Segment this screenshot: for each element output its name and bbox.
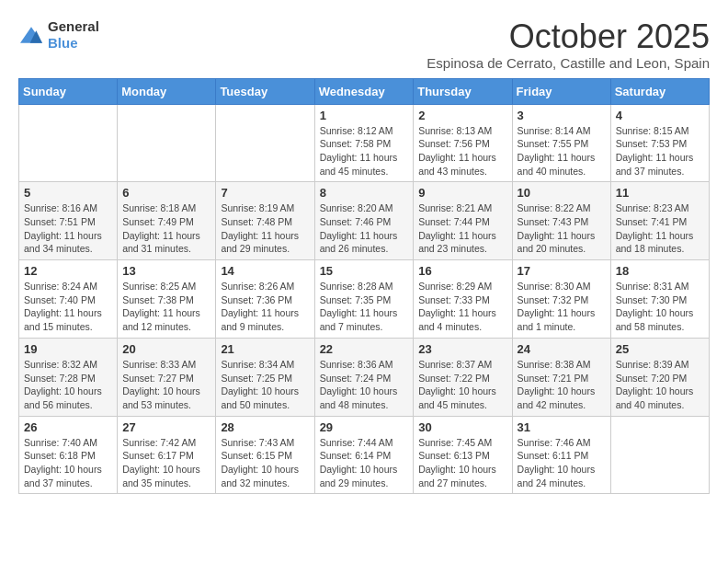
month-title: October 2025 [427,18,710,55]
day-number: 1 [320,109,409,122]
day-info: Sunrise: 8:33 AM Sunset: 7:27 PM Dayligh… [122,358,210,412]
day-info: Sunrise: 8:14 AM Sunset: 7:55 PM Dayligh… [518,124,606,178]
logo-blue-text: Blue [48,35,78,51]
calendar-cell [19,104,118,182]
day-info: Sunrise: 8:16 AM Sunset: 7:51 PM Dayligh… [24,201,112,256]
weekday-header-sunday: Sunday [19,78,118,104]
calendar-cell: 1Sunrise: 8:12 AM Sunset: 7:58 PM Daylig… [314,104,414,182]
calendar-header-row: SundayMondayTuesdayWednesdayThursdayFrid… [19,78,710,104]
calendar-cell: 10Sunrise: 8:22 AM Sunset: 7:43 PM Dayli… [512,182,610,260]
day-number: 6 [122,186,210,200]
day-info: Sunrise: 8:32 AM Sunset: 7:28 PM Dayligh… [24,358,112,412]
calendar-cell [610,416,709,494]
calendar-cell: 28Sunrise: 7:43 AM Sunset: 6:15 PM Dayli… [216,416,314,494]
calendar-cell: 11Sunrise: 8:23 AM Sunset: 7:41 PM Dayli… [610,182,709,260]
day-number: 15 [320,264,409,278]
calendar-cell: 3Sunrise: 8:14 AM Sunset: 7:55 PM Daylig… [512,104,610,182]
day-number: 23 [418,342,506,356]
calendar-cell: 19Sunrise: 8:32 AM Sunset: 7:28 PM Dayli… [19,338,118,416]
day-number: 14 [221,264,309,278]
day-info: Sunrise: 7:43 AM Sunset: 6:15 PM Dayligh… [221,436,309,490]
logo-icon [18,26,44,44]
day-number: 20 [122,342,210,356]
day-number: 13 [122,264,210,278]
calendar-week-5: 26Sunrise: 7:40 AM Sunset: 6:18 PM Dayli… [19,416,710,494]
day-info: Sunrise: 8:36 AM Sunset: 7:24 PM Dayligh… [320,358,409,412]
day-number: 29 [320,420,409,434]
day-number: 4 [616,109,704,122]
day-number: 11 [616,186,704,200]
day-number: 2 [418,109,506,122]
day-number: 31 [518,420,606,434]
location-subtitle: Espinosa de Cerrato, Castille and Leon, … [427,55,710,71]
day-number: 28 [221,420,309,434]
day-number: 19 [24,342,112,356]
calendar-week-1: 1Sunrise: 8:12 AM Sunset: 7:58 PM Daylig… [19,104,710,182]
day-number: 24 [518,342,606,356]
day-info: Sunrise: 8:31 AM Sunset: 7:30 PM Dayligh… [616,280,704,334]
day-number: 22 [320,342,409,356]
day-info: Sunrise: 8:15 AM Sunset: 7:53 PM Dayligh… [616,124,704,178]
calendar-cell [216,104,314,182]
calendar-cell: 7Sunrise: 8:19 AM Sunset: 7:48 PM Daylig… [216,182,314,260]
day-info: Sunrise: 8:22 AM Sunset: 7:43 PM Dayligh… [518,201,606,256]
day-number: 26 [24,420,112,434]
calendar-cell [118,104,216,182]
day-info: Sunrise: 8:34 AM Sunset: 7:25 PM Dayligh… [221,358,309,412]
day-number: 25 [616,342,704,356]
day-info: Sunrise: 7:42 AM Sunset: 6:17 PM Dayligh… [122,436,210,490]
day-number: 5 [24,186,112,200]
day-info: Sunrise: 8:12 AM Sunset: 7:58 PM Dayligh… [320,124,409,178]
logo-general-text: General [48,18,99,34]
title-block: October 2025 Espinosa de Cerrato, Castil… [427,18,710,71]
calendar-cell: 17Sunrise: 8:30 AM Sunset: 7:32 PM Dayli… [512,260,610,339]
day-number: 12 [24,264,112,278]
calendar-cell: 27Sunrise: 7:42 AM Sunset: 6:17 PM Dayli… [118,416,216,494]
day-number: 21 [221,342,309,356]
calendar-cell: 13Sunrise: 8:25 AM Sunset: 7:38 PM Dayli… [118,260,216,339]
calendar-cell: 23Sunrise: 8:37 AM Sunset: 7:22 PM Dayli… [414,338,512,416]
day-number: 10 [518,186,606,200]
day-number: 8 [320,186,409,200]
day-info: Sunrise: 7:44 AM Sunset: 6:14 PM Dayligh… [320,436,409,490]
calendar-week-2: 5Sunrise: 8:16 AM Sunset: 7:51 PM Daylig… [19,182,710,260]
day-info: Sunrise: 8:20 AM Sunset: 7:46 PM Dayligh… [320,201,409,256]
day-number: 18 [616,264,704,278]
day-number: 3 [518,109,606,122]
day-info: Sunrise: 7:46 AM Sunset: 6:11 PM Dayligh… [518,436,606,490]
weekday-header-wednesday: Wednesday [314,78,414,104]
calendar-cell: 22Sunrise: 8:36 AM Sunset: 7:24 PM Dayli… [314,338,414,416]
calendar-cell: 2Sunrise: 8:13 AM Sunset: 7:56 PM Daylig… [414,104,512,182]
calendar-cell: 9Sunrise: 8:21 AM Sunset: 7:44 PM Daylig… [414,182,512,260]
day-number: 30 [418,420,506,434]
logo: General Blue [18,18,99,52]
day-info: Sunrise: 8:18 AM Sunset: 7:49 PM Dayligh… [122,201,210,256]
weekday-header-friday: Friday [512,78,610,104]
calendar-cell: 30Sunrise: 7:45 AM Sunset: 6:13 PM Dayli… [414,416,512,494]
day-info: Sunrise: 8:24 AM Sunset: 7:40 PM Dayligh… [24,280,112,334]
calendar-cell: 16Sunrise: 8:29 AM Sunset: 7:33 PM Dayli… [414,260,512,339]
day-number: 17 [518,264,606,278]
calendar-cell: 6Sunrise: 8:18 AM Sunset: 7:49 PM Daylig… [118,182,216,260]
calendar-cell: 24Sunrise: 8:38 AM Sunset: 7:21 PM Dayli… [512,338,610,416]
calendar-cell: 14Sunrise: 8:26 AM Sunset: 7:36 PM Dayli… [216,260,314,339]
calendar-week-4: 19Sunrise: 8:32 AM Sunset: 7:28 PM Dayli… [19,338,710,416]
day-info: Sunrise: 8:28 AM Sunset: 7:35 PM Dayligh… [320,280,409,334]
calendar-week-3: 12Sunrise: 8:24 AM Sunset: 7:40 PM Dayli… [19,260,710,339]
page-header: General Blue October 2025 Espinosa de Ce… [18,18,710,71]
weekday-header-saturday: Saturday [610,78,709,104]
calendar-cell: 18Sunrise: 8:31 AM Sunset: 7:30 PM Dayli… [610,260,709,339]
calendar-cell: 8Sunrise: 8:20 AM Sunset: 7:46 PM Daylig… [314,182,414,260]
day-info: Sunrise: 8:37 AM Sunset: 7:22 PM Dayligh… [418,358,506,412]
calendar-cell: 25Sunrise: 8:39 AM Sunset: 7:20 PM Dayli… [610,338,709,416]
day-info: Sunrise: 8:21 AM Sunset: 7:44 PM Dayligh… [418,201,506,256]
day-number: 9 [418,186,506,200]
day-info: Sunrise: 8:19 AM Sunset: 7:48 PM Dayligh… [221,201,309,256]
calendar-cell: 26Sunrise: 7:40 AM Sunset: 6:18 PM Dayli… [19,416,118,494]
day-info: Sunrise: 8:13 AM Sunset: 7:56 PM Dayligh… [418,124,506,178]
calendar-cell: 31Sunrise: 7:46 AM Sunset: 6:11 PM Dayli… [512,416,610,494]
calendar-cell: 15Sunrise: 8:28 AM Sunset: 7:35 PM Dayli… [314,260,414,339]
day-number: 7 [221,186,309,200]
calendar-cell: 5Sunrise: 8:16 AM Sunset: 7:51 PM Daylig… [19,182,118,260]
day-info: Sunrise: 8:26 AM Sunset: 7:36 PM Dayligh… [221,280,309,334]
